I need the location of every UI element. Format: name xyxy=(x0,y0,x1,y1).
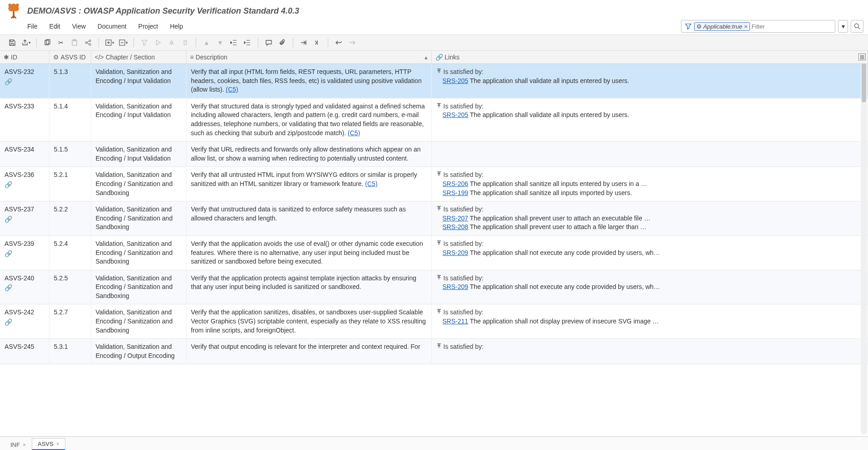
goto-last-icon[interactable] xyxy=(311,37,323,49)
paste-icon[interactable] xyxy=(69,37,80,49)
close-icon[interactable]: × xyxy=(56,441,59,447)
srs-link[interactable]: SRS-205 xyxy=(443,77,469,84)
gear-icon: ⚙ xyxy=(53,54,59,61)
link-icon: 🔗 xyxy=(5,78,44,87)
gear-icon: ⚙ xyxy=(696,23,702,30)
remove-icon[interactable]: ▾ xyxy=(117,37,129,49)
srs-link[interactable]: SRS-208 xyxy=(443,223,469,230)
col-asvs-header[interactable]: ⚙ASVS ID xyxy=(49,51,91,64)
close-icon[interactable]: × xyxy=(23,442,26,448)
vertical-scrollbar[interactable] xyxy=(861,61,867,435)
satisfied-by-label: Is satisfied by: xyxy=(444,102,484,111)
indent-icon[interactable] xyxy=(242,37,253,49)
reference-link[interactable]: (C5) xyxy=(348,129,360,137)
col-description-header[interactable]: ≡Description▴ xyxy=(186,51,431,64)
table-row[interactable]: ASVS-237🔗5.2.2Validation, Sanitization a… xyxy=(0,201,868,236)
satisfied-by-label: Is satisfied by: xyxy=(444,240,484,249)
share-icon[interactable] xyxy=(82,37,94,49)
link-icon: 🔗 xyxy=(5,215,44,224)
satisfied-by-label: Is satisfied by: xyxy=(444,308,484,317)
cell-id: ASVS-242🔗 xyxy=(0,304,49,339)
menu-edit[interactable]: Edit xyxy=(48,22,62,31)
move-down-icon[interactable]: ▼ xyxy=(214,37,226,49)
col-links-header[interactable]: 🔗Links ▥ xyxy=(431,51,868,64)
col-id-header[interactable]: ✱ID xyxy=(0,51,49,64)
add-icon[interactable]: ▾ xyxy=(104,37,115,49)
svg-point-14 xyxy=(89,44,91,45)
cell-links: Is satisfied by:SRS-207 The application … xyxy=(431,201,868,236)
play-icon[interactable] xyxy=(152,37,164,49)
cell-id: ASVS-240🔗 xyxy=(0,270,49,304)
cell-asvs-id: 5.1.3 xyxy=(49,64,91,98)
goto-next-icon[interactable] xyxy=(298,37,310,49)
srs-link[interactable]: SRS-205 xyxy=(443,111,469,118)
attachment-icon[interactable] xyxy=(276,37,288,49)
srs-link[interactable]: SRS-206 xyxy=(443,180,469,187)
funnel-icon[interactable] xyxy=(685,23,691,29)
srs-link[interactable]: SRS-207 xyxy=(443,215,469,222)
filter-box[interactable]: ⚙ Applicable: true × xyxy=(681,20,835,33)
cell-description: Verify that structured data is strongly … xyxy=(186,98,431,141)
satisfied-by-icon xyxy=(436,275,442,280)
filter-chip[interactable]: ⚙ Applicable: true × xyxy=(694,22,750,31)
svg-line-7 xyxy=(858,27,860,29)
forward-icon[interactable] xyxy=(346,37,358,49)
table-row[interactable]: ASVS-240🔗5.2.5Validation, Sanitization a… xyxy=(0,270,868,304)
app-logo xyxy=(5,2,23,20)
table-row[interactable]: ASVS-2455.3.1Validation, Sanitization an… xyxy=(0,339,868,364)
cell-id: ASVS-232🔗 xyxy=(0,64,49,98)
search-button[interactable] xyxy=(851,20,863,33)
cell-chapter: Validation, Sanitization and Encoding / … xyxy=(91,201,186,236)
filter-clear-icon[interactable] xyxy=(138,37,150,49)
menu-project[interactable]: Project xyxy=(137,22,160,31)
save-icon[interactable] xyxy=(6,37,18,49)
link-icon: 🔗 xyxy=(5,284,44,293)
cell-links: Is satisfied by:SRS-211 The application … xyxy=(431,304,868,339)
srs-link[interactable]: SRS-209 xyxy=(443,249,469,256)
svg-point-5 xyxy=(16,4,19,7)
cell-asvs-id: 5.2.2 xyxy=(49,201,91,236)
table-row[interactable]: ASVS-232🔗5.1.3Validation, Sanitization a… xyxy=(0,64,868,98)
cell-id: ASVS-245 xyxy=(0,339,49,364)
tab-asvs[interactable]: ASVS× xyxy=(32,438,65,450)
reference-link[interactable]: (C5) xyxy=(365,180,377,187)
menubar: File Edit View Document Project Help xyxy=(25,22,681,31)
menu-view[interactable]: View xyxy=(70,22,88,31)
filter-input[interactable] xyxy=(752,23,833,30)
reference-link[interactable]: (C5) xyxy=(226,86,238,93)
back-icon[interactable] xyxy=(333,37,345,49)
cell-id: ASVS-234 xyxy=(0,142,49,167)
sort-asc-icon: ▴ xyxy=(424,54,428,61)
table-row[interactable]: ASVS-239🔗5.2.4Validation, Sanitization a… xyxy=(0,235,868,270)
table-row[interactable]: ASVS-2345.1.5Validation, Sanitization an… xyxy=(0,142,868,167)
outdent-icon[interactable] xyxy=(228,37,240,49)
col-chapter-header[interactable]: </>Chapter / Section xyxy=(91,51,186,64)
table-row[interactable]: ASVS-242🔗5.2.7Validation, Sanitization a… xyxy=(0,304,868,339)
menu-help[interactable]: Help xyxy=(168,22,185,31)
comment-icon[interactable] xyxy=(263,37,275,49)
srs-link[interactable]: SRS-209 xyxy=(443,283,469,290)
filter-dropdown-button[interactable]: ▾ xyxy=(838,20,848,33)
move-up-icon[interactable]: ▲ xyxy=(201,37,212,49)
menu-file[interactable]: File xyxy=(25,22,39,31)
srs-link[interactable]: SRS-211 xyxy=(443,318,469,325)
svg-rect-10 xyxy=(72,40,77,45)
link-icon: 🔗 xyxy=(435,54,443,61)
tab-inf[interactable]: INF× xyxy=(5,439,32,450)
menu-document[interactable]: Document xyxy=(96,22,128,31)
table-row[interactable]: ASVS-2335.1.4Validation, Sanitization an… xyxy=(0,98,868,141)
srs-link[interactable]: SRS-199 xyxy=(443,189,469,196)
chip-remove-icon[interactable]: × xyxy=(744,23,748,30)
cell-asvs-id: 5.1.5 xyxy=(49,142,91,167)
toolbar: ▾ ✂ ▾ ▾ ▲ ▼ xyxy=(0,34,868,51)
export-icon[interactable]: ▾ xyxy=(20,37,32,49)
column-picker-icon[interactable]: ▥ xyxy=(858,54,866,60)
cell-description: Verify that the application protects aga… xyxy=(186,270,431,304)
delete-icon[interactable] xyxy=(179,37,191,49)
document-tabs: INF× ASVS× xyxy=(0,436,868,450)
cut-icon[interactable]: ✂ xyxy=(55,37,67,49)
table-row[interactable]: ASVS-236🔗5.2.1Validation, Sanitization a… xyxy=(0,167,868,201)
svg-point-4 xyxy=(8,4,11,7)
copy-icon[interactable] xyxy=(41,37,53,49)
underline-icon[interactable] xyxy=(166,37,178,49)
